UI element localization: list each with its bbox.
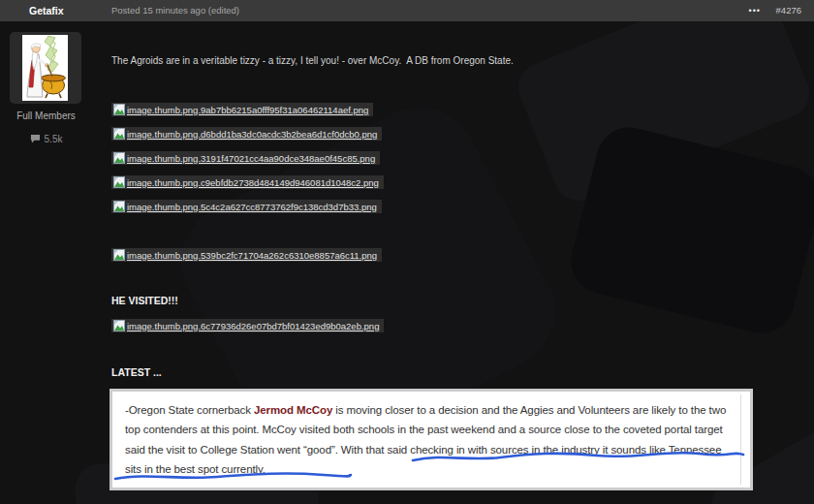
- quote-text: -Oregon State cornerback Jermod McCoy is…: [125, 400, 735, 480]
- attachment-filename: image.thumb.png.c9ebfdb2738d484149d94608…: [127, 177, 379, 188]
- comment-count-value: 5.5k: [45, 134, 63, 144]
- attachment-link[interactable]: image.thumb.png.5c4c2a627cc8773762f9c138…: [111, 200, 382, 213]
- avatar[interactable]: [10, 32, 81, 104]
- latest-label: LATEST ...: [111, 366, 162, 378]
- posted-timestamp: Posted 15 minutes ago (edited): [111, 0, 239, 21]
- he-visited-text: HE VISITED!!!: [111, 295, 178, 306]
- attachment-filename: image.thumb.png.6c77936d26e07bd7bf01423e…: [127, 321, 379, 331]
- more-options-icon[interactable]: •••: [749, 0, 761, 21]
- attachment-link[interactable]: image.thumb.png.d6bdd1ba3dc0acdc3b2bea6d…: [111, 127, 382, 141]
- forum-post-page: Getafix Posted 15 minutes ago (edited) •…: [0, 0, 814, 504]
- post-header-bar: Getafix Posted 15 minutes ago (edited) •…: [0, 0, 814, 21]
- broken-image-icon: [113, 201, 125, 212]
- broken-image-icon: [113, 128, 125, 140]
- attachment-filename: image.thumb.png.9ab7bb6215a0fff95f31a064…: [127, 105, 368, 115]
- broken-image-icon: [113, 152, 125, 164]
- quoted-report-screenshot[interactable]: -Oregon State cornerback Jermod McCoy is…: [110, 389, 753, 490]
- attachment-link[interactable]: image.thumb.png.3191f47021cc4aa90dce348a…: [111, 151, 380, 165]
- comment-count: 5.5k: [0, 134, 92, 144]
- attachment-link[interactable]: image.thumb.png.539bc2fc71704a262c6310e8…: [111, 248, 382, 262]
- broken-image-icon: [113, 249, 125, 261]
- post-intro-text: The Agroids are in a veritable tizzy - a…: [111, 55, 654, 66]
- druid-cauldron-illustration: [22, 35, 68, 101]
- background-watermark: [564, 120, 814, 340]
- attachment-filename: image.thumb.png.5c4c2a627cc8773762f9c138…: [127, 202, 377, 212]
- broken-image-icon: [113, 320, 125, 331]
- attachment-link[interactable]: image.thumb.png.9ab7bb6215a0fff95f31a064…: [111, 103, 373, 116]
- scrollbar-track: [740, 394, 741, 485]
- post-number-link[interactable]: #4276: [776, 0, 801, 21]
- attachment-link[interactable]: image.thumb.png.6c77936d26e07bd7bf01423e…: [111, 319, 384, 332]
- quote-lead: -Oregon State cornerback: [125, 404, 254, 416]
- member-group-label: Full Members: [0, 110, 92, 121]
- author-name-link[interactable]: Getafix: [29, 0, 64, 21]
- attachment-filename: image.thumb.png.539bc2fc71704a262c6310e8…: [127, 250, 377, 261]
- broken-image-icon: [113, 104, 125, 115]
- attachment-link[interactable]: image.thumb.png.c9ebfdb2738d484149d94608…: [111, 175, 384, 189]
- broken-image-icon: [113, 176, 125, 188]
- speech-bubble-icon: [30, 134, 41, 143]
- attachment-filename: image.thumb.png.3191f47021cc4aa90dce348a…: [127, 153, 375, 164]
- player-name-highlight: Jermod McCoy: [254, 404, 332, 416]
- avatar-image: [22, 35, 68, 101]
- attachment-filename: image.thumb.png.d6bdd1ba3dc0acdc3b2bea6d…: [127, 129, 377, 140]
